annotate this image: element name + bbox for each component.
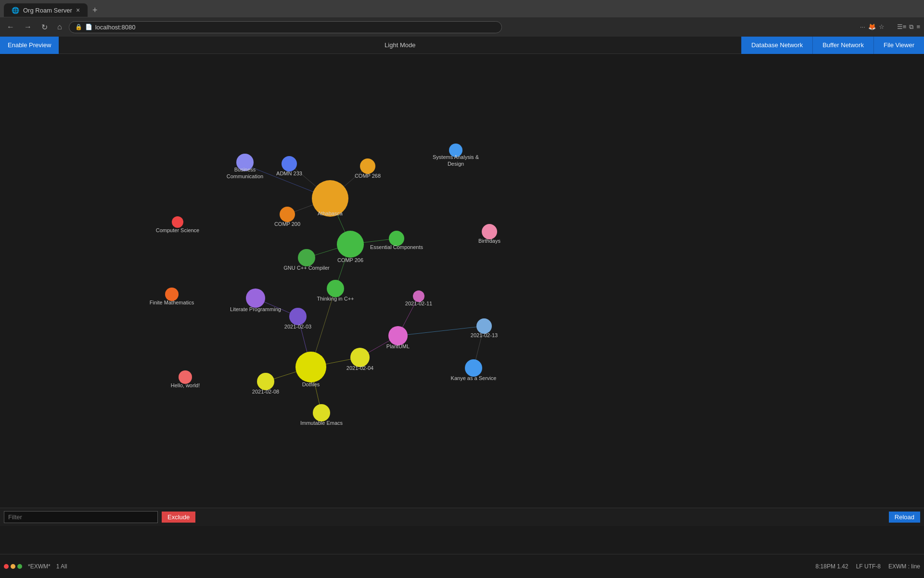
node-finite-math[interactable] [165,288,179,301]
label-immutable-emacs: Immutable Emacs [300,420,343,426]
app-header: Enable Preview Light Mode Database Netwo… [0,37,924,54]
label-systems-analysis1: Systems Analysis & [433,154,479,160]
label-date-20210213: 2021-02-13 [471,332,498,338]
node-date-20210203[interactable] [289,308,307,325]
security-icon: 🔒 [75,24,82,30]
enable-preview-button[interactable]: Enable Preview [0,37,59,54]
label-kanye: Kanye as a Service [451,375,497,381]
node-date-20210204[interactable] [350,348,370,367]
mode-label: EXWM : line [888,563,920,570]
bottom-filter-bar: Exclude Reload [0,508,924,526]
forward-button[interactable]: → [21,21,35,33]
tab-close-button[interactable]: × [76,6,80,14]
label-date-20210203: 2021-02-03 [284,324,311,329]
label-plantuml: PlantUML [386,343,410,349]
reload-button[interactable]: Reload [889,512,920,523]
active-tab[interactable]: 🌐 Org Roam Server × [4,3,88,17]
exclude-button[interactable]: Exclude [162,512,195,523]
bookmark-icon[interactable]: ☆ [879,23,885,31]
time-label: 8:18PM 1.42 [816,563,848,570]
label-date-20210208: 2021-02-08 [252,389,279,394]
label-business-comm2: Communication [227,173,263,179]
node-literate-prog[interactable] [246,289,265,308]
status-right: 8:18PM 1.42 LF UTF-8 EXWM : line [816,563,920,570]
browser-chrome: 🌐 Org Roam Server × + ← → ↻ ⌂ 🔒 📄 localh… [0,0,924,37]
split-icon[interactable]: ⧉ [909,23,913,31]
node-comp200[interactable] [280,207,295,222]
node-comp206[interactable] [337,231,364,258]
label-date-20210204: 2021-02-04 [346,365,373,371]
node-thinking-cpp[interactable] [327,280,344,297]
tab-database-network[interactable]: Database Network [741,37,812,54]
reader-icon[interactable]: ☰≡ [897,23,907,31]
refresh-button[interactable]: ↻ [38,21,51,34]
node-admn233[interactable] [282,156,297,171]
node-dotfiles[interactable] [295,352,326,382]
label-finite-math: Finite Mathematics [150,300,194,305]
node-comp268[interactable] [360,158,375,174]
tab-file-viewer[interactable]: File Viewer [873,37,924,54]
workspace-num: 1 All [56,563,67,570]
dot-green [17,564,22,569]
filter-input[interactable] [4,511,158,523]
node-kanye[interactable] [465,359,482,377]
tab-bar: 🌐 Org Roam Server × + [0,0,924,17]
label-admn233: ADMN 233 [276,171,302,176]
dot-yellow [11,564,15,569]
menu-icon[interactable]: ≡ [916,23,920,31]
node-immutable-emacs[interactable] [313,404,330,421]
light-mode-label: Light Mode [59,41,741,49]
toolbar-right: ··· 🦊 ☆ ☰≡ ⧉ ≡ [860,23,920,31]
label-literate-prog: Literate Programming [230,306,281,312]
label-gnu-cpp: GNU C++ Compiler [283,265,330,271]
home-button[interactable]: ⌂ [54,21,65,33]
node-gnu-cpp[interactable] [298,249,315,266]
node-computer-science[interactable] [172,216,183,228]
browser-toolbar: ← → ↻ ⌂ 🔒 📄 localhost:8080 ··· 🦊 ☆ ☰≡ ⧉ … [0,17,924,37]
dot-red [4,564,9,569]
label-birthdays: Birthdays [478,238,500,244]
edges [245,164,484,413]
status-bar: *EXWM* 1 All 8:18PM 1.42 LF UTF-8 EXWM :… [0,554,924,578]
node-date-20210213[interactable] [476,318,492,334]
tab-buffer-network[interactable]: Buffer Network [812,37,873,54]
node-plantuml[interactable] [388,326,408,345]
label-dotfiles: Dotfiles [302,381,320,387]
address-bar[interactable]: 🔒 📄 localhost:8080 [69,21,502,33]
encoding-label: LF UTF-8 [856,563,881,570]
more-button[interactable]: ··· [860,23,865,31]
label-thinking-cpp: Thinking in C++ [317,296,354,302]
label-comp200: COMP 200 [274,221,300,227]
pocket-icon[interactable]: 🦊 [868,23,876,31]
new-tab-button[interactable]: + [90,5,101,15]
tab-title: Org Roam Server [23,7,72,14]
label-comp268: COMP 268 [355,173,381,179]
label-computer-science: Computer Science [156,227,200,233]
node-birthdays[interactable] [482,224,497,239]
tab-icon: 🌐 [12,7,19,14]
page-icon: 📄 [85,24,92,30]
workspace-label: *EXWM* [28,563,51,570]
node-hello-world[interactable] [179,370,192,384]
nav-tabs: Database Network Buffer Network File Vie… [741,37,924,54]
network-graph[interactable]: Athabasca COMP 206 Dotfiles ADMN 233 COM… [0,54,924,550]
status-dots [4,564,22,569]
label-systems-analysis2: Design [448,161,464,167]
url-text: localhost:8080 [95,24,496,31]
back-button[interactable]: ← [4,21,17,33]
main-canvas: Athabasca COMP 206 Dotfiles ADMN 233 COM… [0,54,924,550]
node-date-20210208[interactable] [257,373,274,390]
label-athabasca: Athabasca [318,210,343,216]
label-essential-comp: Essential Components [370,244,424,250]
label-business-comm: Business [234,167,256,172]
nodes[interactable]: Athabasca COMP 206 Dotfiles ADMN 233 COM… [150,144,501,426]
label-comp206: COMP 206 [337,257,363,263]
label-hello-world: Hello, world! [171,382,200,388]
label-date-20210211: 2021-02-11 [405,301,432,306]
